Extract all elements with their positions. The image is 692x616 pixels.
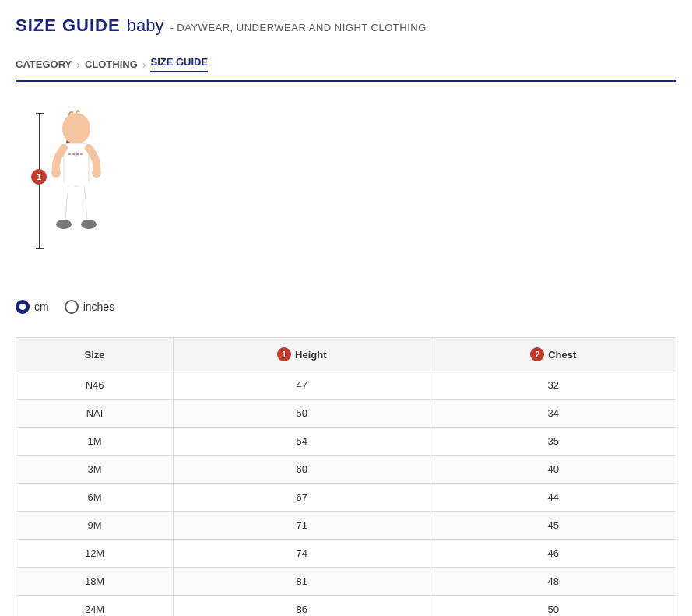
unit-inches-option[interactable]: inches <box>65 300 114 314</box>
page-subtitle: - DAYWEAR, UNDERWEAR AND NIGHT CLOTHING <box>170 22 426 33</box>
size-table: Size 1 Height 2 Chest N46 47 <box>16 337 676 616</box>
cell-size: 9M <box>16 512 174 540</box>
cell-size: 3M <box>16 456 174 484</box>
cell-chest: 44 <box>430 484 676 512</box>
table-row: 6M 67 44 <box>16 484 676 512</box>
svg-point-4 <box>92 168 101 178</box>
cell-height: 67 <box>174 484 430 512</box>
unit-cm-option[interactable]: cm <box>16 300 49 314</box>
cell-size: N46 <box>16 371 174 400</box>
page-title-main: SIZE GUIDE <box>16 16 121 36</box>
cell-chest: 40 <box>430 456 676 484</box>
table-row: N46 47 32 <box>16 371 676 400</box>
cell-chest: 48 <box>430 568 676 596</box>
cell-height: 74 <box>174 540 430 568</box>
inches-label: inches <box>83 301 114 313</box>
svg-point-3 <box>51 168 61 178</box>
cell-chest: 46 <box>430 540 676 568</box>
cell-height: 81 <box>174 568 430 596</box>
cell-height: 71 <box>174 512 430 540</box>
cell-size: 1M <box>16 428 174 456</box>
breadcrumb-item-clothing[interactable]: CLOTHING <box>85 58 138 70</box>
unit-toggle: cm inches <box>16 300 676 314</box>
table-row: 1M 54 35 <box>16 428 676 456</box>
figure-area: 1 2 <box>16 105 676 276</box>
breadcrumb: CATEGORY › CLOTHING › SIZE GUIDE <box>16 48 676 82</box>
cell-height: 60 <box>174 456 430 484</box>
table-body: N46 47 32 NAI 50 34 1M 54 35 3M 60 40 6M… <box>16 371 676 617</box>
svg-point-0 <box>62 113 90 144</box>
col-header-chest: 2 Chest <box>430 338 676 371</box>
page-title-baby: baby <box>127 16 164 36</box>
col-header-size: Size <box>16 338 174 371</box>
breadcrumb-separator-1: › <box>76 58 80 71</box>
radio-inches[interactable] <box>65 300 79 314</box>
cell-size: NAI <box>16 400 174 428</box>
svg-point-5 <box>56 220 72 229</box>
cm-label: cm <box>34 301 49 313</box>
baby-illustration <box>45 109 107 253</box>
table-row: 24M 86 50 <box>16 596 676 617</box>
cell-chest: 32 <box>430 371 676 400</box>
badge-1: 1 <box>31 169 47 185</box>
table-row: 12M 74 46 <box>16 540 676 568</box>
cell-chest: 50 <box>430 596 676 617</box>
figure-wrapper: 1 2 <box>16 105 132 261</box>
radio-cm[interactable] <box>16 300 30 314</box>
table-row: 18M 81 48 <box>16 568 676 596</box>
svg-rect-1 <box>64 143 89 186</box>
breadcrumb-item-category[interactable]: CATEGORY <box>16 58 72 70</box>
cell-size: 12M <box>16 540 174 568</box>
cell-size: 6M <box>16 484 174 512</box>
table-row: 9M 71 45 <box>16 512 676 540</box>
cell-height: 47 <box>174 371 430 400</box>
table-row: NAI 50 34 <box>16 400 676 428</box>
cell-height: 54 <box>174 428 430 456</box>
col-header-height: 1 Height <box>174 338 430 371</box>
title-row: SIZE GUIDE baby - DAYWEAR, UNDERWEAR AND… <box>16 16 676 36</box>
breadcrumb-item-size-guide: SIZE GUIDE <box>150 56 208 72</box>
cell-height: 50 <box>174 400 430 428</box>
svg-point-6 <box>81 220 97 229</box>
cell-chest: 35 <box>430 428 676 456</box>
page-container: SIZE GUIDE baby - DAYWEAR, UNDERWEAR AND… <box>0 0 692 616</box>
cell-size: 18M <box>16 568 174 596</box>
col-badge-2: 2 <box>530 347 544 361</box>
cell-height: 86 <box>174 596 430 617</box>
cell-chest: 45 <box>430 512 676 540</box>
table-row: 3M 60 40 <box>16 456 676 484</box>
cell-size: 24M <box>16 596 174 617</box>
breadcrumb-separator-2: › <box>142 58 146 71</box>
col-badge-1: 1 <box>277 347 291 361</box>
cell-chest: 34 <box>430 400 676 428</box>
table-header-row: Size 1 Height 2 Chest <box>16 338 676 371</box>
